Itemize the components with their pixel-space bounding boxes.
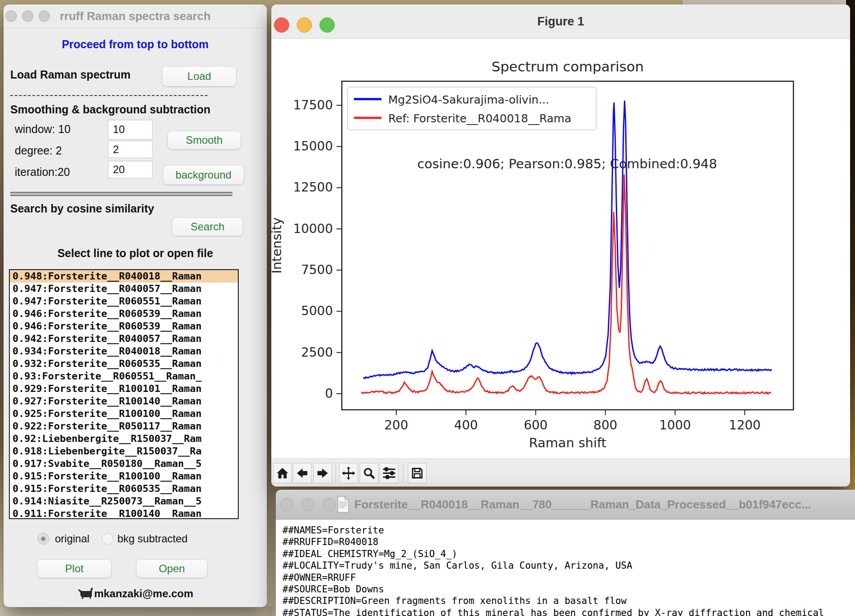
radio-bkg-subtracted[interactable] <box>102 533 113 545</box>
footer-email-text: mkanzaki@me.com <box>94 587 193 599</box>
smoothing-heading: Smoothing & background subtraction <box>10 103 211 116</box>
document-icon <box>337 496 349 513</box>
list-item[interactable]: 0.915:Forsterite__R060535__Raman <box>10 483 238 495</box>
background-button[interactable]: background <box>163 165 244 185</box>
x-tick-label: 1000 <box>659 418 691 433</box>
search-heading: Search by cosine similarity <box>10 202 154 215</box>
radio-original-label: original <box>55 533 89 545</box>
desktop-background-bottom-left <box>0 606 272 616</box>
series-line-1 <box>361 175 771 394</box>
text-window-title: Forsterite__R040018__Raman__780______Ram… <box>354 490 811 519</box>
back-icon[interactable] <box>293 463 311 483</box>
window-titlebar[interactable]: rruff Raman spectra search <box>4 4 267 28</box>
window-param-label: window: 10 <box>15 123 71 136</box>
list-item[interactable]: 0.948:Forsterite__R040018__Raman <box>10 270 238 283</box>
list-item[interactable]: 0.946:Forsterite__R060539__Raman <box>10 320 238 333</box>
minimize-icon[interactable] <box>301 498 315 511</box>
list-item[interactable]: 0.947:Forsterite__R040057__Raman <box>10 283 238 295</box>
radio-original[interactable] <box>37 533 49 545</box>
file-text-line: ##SOURCE=Bob Downs <box>282 583 855 595</box>
load-spectrum-label: Load Raman spectrum <box>10 68 131 81</box>
list-item[interactable]: 0.929:Forsterite__R100101__Raman <box>10 383 238 395</box>
plot-button[interactable]: Plot <box>37 559 112 578</box>
file-text-line: ##IDEAL CHEMISTRY=Mg_2_(SiO_4_) <box>282 548 855 560</box>
list-item[interactable]: 0.942:Forsterite__R040057__Raman <box>10 333 238 345</box>
close-icon[interactable] <box>5 10 17 22</box>
figure-window: Figure 1 Spectrum comparisonRaman shiftI… <box>271 4 850 487</box>
list-item[interactable]: 0.932:Forsterite__R060535__Raman <box>10 358 238 370</box>
degree-param-input[interactable]: 2 <box>108 141 153 158</box>
footer-email: mkanzaki@me.com <box>4 587 267 600</box>
degree-param-label: degree: 2 <box>15 144 62 157</box>
y-axis-label: Intensity <box>271 217 284 274</box>
file-text-line: ##LOCALITY=Trudy's mine, San Carlos, Gil… <box>282 560 855 571</box>
maximize-icon[interactable] <box>38 10 50 22</box>
y-tick-label: 2500 <box>301 345 333 360</box>
y-tick-label: 0 <box>325 386 333 401</box>
x-tick-label: 400 <box>454 418 477 433</box>
minimize-icon[interactable] <box>22 10 33 22</box>
y-tick-label: 5000 <box>301 304 333 318</box>
legend-label-1: Ref: Forsterite__R040018__Rama <box>388 112 571 125</box>
similarity-annotation: cosine:0.906; Pearson:0.985; Combined:0.… <box>417 156 717 171</box>
file-text-line: ##DESCRIPTION=Green fragments from xenol… <box>282 595 855 607</box>
file-text-line: ##STATUS=The identification of this mine… <box>282 607 855 616</box>
traffic-lights[interactable] <box>5 10 50 22</box>
list-item[interactable]: 0.922:Forsterite__R050117__Raman <box>10 420 238 433</box>
x-tick-label: 600 <box>524 418 548 433</box>
list-item[interactable]: 0.914:Niasite__R250073__Raman__5 <box>10 495 238 508</box>
file-text-line: ##RRUFFID=R040018 <box>282 536 855 548</box>
maximize-icon[interactable] <box>323 498 336 511</box>
series-line-0 <box>363 101 772 379</box>
save-icon[interactable] <box>408 463 427 483</box>
spectrum-type-radio-group: original bkg subtracted <box>4 533 267 545</box>
spectrum-plot-canvas[interactable]: Spectrum comparisonRaman shiftIntensityc… <box>271 4 850 459</box>
text-file-window: Forsterite__R040018__Raman__780______Ram… <box>276 490 855 616</box>
search-button[interactable]: Search <box>172 217 243 236</box>
pan-icon[interactable] <box>339 463 358 483</box>
list-item[interactable]: 0.92:Liebenbergite__R150037__Ram <box>10 433 238 445</box>
y-tick-label: 10000 <box>293 221 333 236</box>
y-tick-label: 15000 <box>293 139 333 154</box>
instruction-label: Proceed from top to bottom <box>4 38 267 51</box>
iteration-param-input[interactable]: 20 <box>108 161 153 178</box>
select-line-label: Select line to plot or open file <box>4 247 267 260</box>
list-item[interactable]: 0.927:Forsterite__R100140__Raman <box>10 395 238 408</box>
file-text-line: ##NAMES=Forsterite <box>282 524 855 536</box>
list-item[interactable]: 0.915:Forsterite__R100100__Raman <box>10 470 238 483</box>
x-tick-label: 200 <box>384 418 408 433</box>
forward-icon[interactable] <box>313 463 332 483</box>
list-item[interactable]: 0.946:Forsterite__R060539__Raman <box>10 308 238 320</box>
traffic-lights[interactable] <box>280 498 336 511</box>
toolbar-separator <box>336 463 336 483</box>
list-item[interactable]: 0.947:Forsterite__R060551__Raman <box>10 295 238 308</box>
y-tick-label: 17500 <box>293 98 333 112</box>
load-button[interactable]: Load <box>162 66 237 87</box>
x-tick-label: 800 <box>594 418 617 433</box>
list-item[interactable]: 0.917:Svabite__R050180__Raman__5 <box>10 458 238 470</box>
results-listbox[interactable]: 0.948:Forsterite__R040018__Raman0.947:Fo… <box>9 269 239 519</box>
toolbar-separator <box>403 463 403 483</box>
x-tick-label: 1200 <box>729 418 760 433</box>
file-text-content[interactable]: ##NAMES=Forsterite##RRUFFID=R040018##IDE… <box>276 519 855 616</box>
iteration-param-label: iteration:20 <box>15 166 70 179</box>
raman-search-window: rruff Raman spectra search Proceed from … <box>4 4 267 607</box>
window-param-input[interactable]: 10 <box>108 120 153 139</box>
y-tick-label: 7500 <box>301 262 333 277</box>
subplots-config-icon[interactable] <box>380 463 398 483</box>
list-item[interactable]: 0.925:Forsterite__R100100__Raman <box>10 408 238 420</box>
dashed-separator <box>10 95 208 96</box>
radio-bkg-subtracted-label: bkg subtracted <box>117 533 187 545</box>
list-item[interactable]: 0.918:Liebenbergite__R150037__Ra <box>10 445 238 458</box>
list-item[interactable]: 0.93:Forsterite__R060551__Raman_ <box>10 370 238 383</box>
list-item[interactable]: 0.911:Forsterite__R100140__Raman <box>10 508 238 519</box>
open-button[interactable]: Open <box>136 559 208 578</box>
matplotlib-toolbar <box>271 458 850 487</box>
home-icon[interactable] <box>273 463 292 483</box>
text-window-titlebar[interactable]: Forsterite__R040018__Raman__780______Ram… <box>276 490 855 520</box>
zoom-icon[interactable] <box>360 463 378 483</box>
list-item[interactable]: 0.934:Forsterite__R040018__Raman <box>10 345 238 358</box>
y-tick-label: 12500 <box>293 180 333 195</box>
close-icon[interactable] <box>280 498 293 511</box>
smooth-button[interactable]: Smooth <box>167 131 241 150</box>
